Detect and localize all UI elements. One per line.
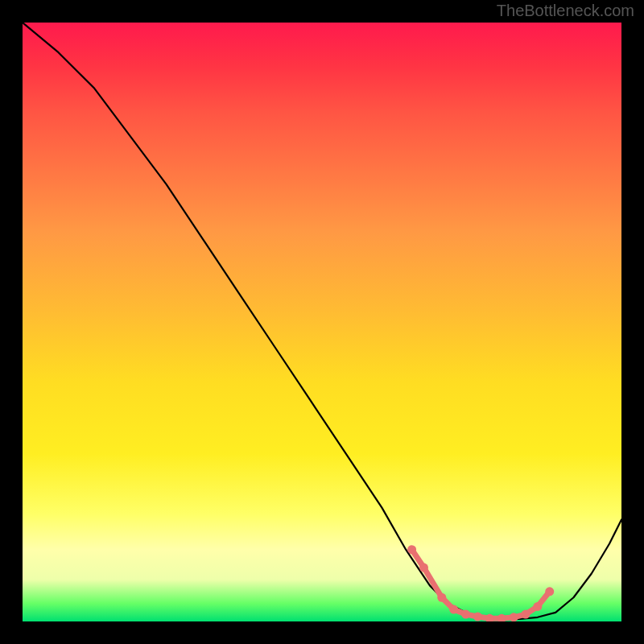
marker-dot — [545, 587, 554, 596]
marker-dot — [497, 614, 506, 621]
chart-plot-area — [23, 23, 621, 621]
marker-dot — [510, 613, 518, 621]
marker-dot — [485, 614, 494, 621]
marker-dot — [473, 613, 482, 621]
flat-region-markers — [407, 545, 554, 621]
marker-dot — [419, 564, 428, 572]
marker-dot — [461, 610, 470, 619]
marker-connector — [412, 550, 550, 619]
marker-dot — [533, 602, 542, 611]
marker-dot — [449, 605, 458, 614]
chart-svg — [23, 23, 621, 621]
marker-dot — [407, 545, 416, 554]
marker-dot — [521, 610, 530, 619]
watermark-text: TheBottleneck.com — [497, 2, 634, 20]
marker-dot — [437, 593, 446, 602]
bottleneck-curve-line — [23, 23, 621, 619]
